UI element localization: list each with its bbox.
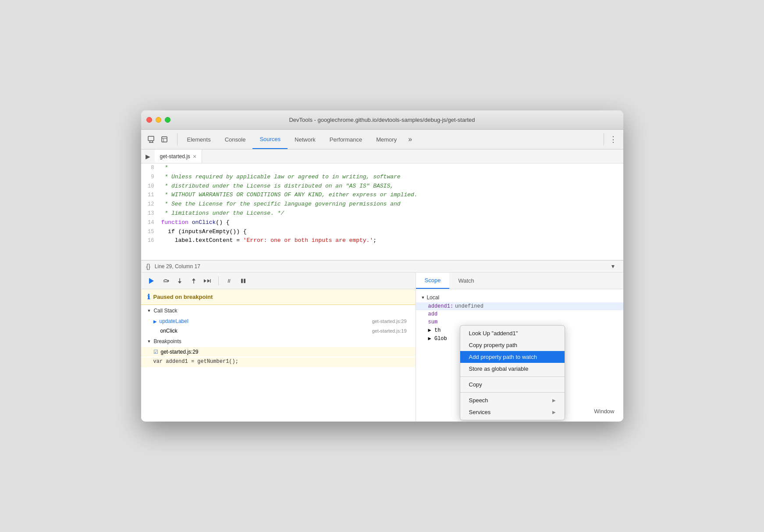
debug-sections: ▼ Call Stack updateLabel get-started.js:… (141, 305, 416, 422)
code-editor: 8 * 9 * Unless required by applicable la… (141, 163, 623, 260)
format-icon[interactable]: {} (146, 263, 150, 270)
devtools-window: DevTools - googlechrome.github.io/devtoo… (141, 110, 623, 422)
breakpoints-arrow: ▼ (147, 339, 151, 344)
tab-scope[interactable]: Scope (416, 273, 450, 289)
scope-local-header[interactable]: ▼ Local (416, 293, 623, 302)
ctx-copy-path[interactable]: Copy property path (460, 339, 565, 351)
breakpoint-checkbox[interactable]: ☑ (153, 349, 158, 355)
step-out-button[interactable] (188, 276, 199, 286)
minimize-button[interactable] (156, 117, 161, 123)
info-icon: ℹ (147, 293, 150, 301)
statusbar: {} Line 29, Column 17 ▼ (141, 260, 623, 273)
file-tabs: ▶ get-started.js × (141, 149, 623, 163)
close-button[interactable] (146, 117, 152, 123)
maximize-button[interactable] (165, 117, 171, 123)
svg-marker-15 (204, 279, 206, 283)
deactivate-breakpoints-button[interactable]: // (224, 276, 235, 286)
svg-rect-0 (148, 136, 154, 141)
code-line-15: 15 if (inputsAreEmpty()) { (141, 227, 623, 237)
svg-marker-16 (207, 279, 210, 283)
code-line-16: 16 label.textContent = 'Error: one or bo… (141, 236, 623, 245)
ctx-services[interactable]: Services ▶ (460, 406, 565, 418)
pause-on-exceptions-button[interactable] (238, 276, 249, 286)
debug-right-panel: Scope Watch ▼ Local addend1: undefined (416, 273, 623, 422)
breakpoint-item-1[interactable]: ☑ get-started.js:29 (141, 347, 416, 357)
tab-divider (177, 133, 178, 145)
devtools-icon-group (145, 133, 171, 146)
svg-marker-7 (149, 278, 154, 284)
code-line-14: 14 function onClick() { (141, 218, 623, 227)
titlebar: DevTools - googlechrome.github.io/devtoo… (141, 110, 623, 130)
window-title: DevTools - googlechrome.github.io/devtoo… (289, 117, 475, 123)
ctx-store-global[interactable]: Store as global variable (460, 363, 565, 375)
tab-network[interactable]: Network (288, 130, 323, 149)
expand-button[interactable]: ▼ (608, 262, 618, 271)
local-arrow: ▼ (421, 295, 425, 300)
svg-rect-18 (241, 279, 243, 283)
ctx-copy[interactable]: Copy (460, 379, 565, 390)
step-over-button[interactable] (160, 276, 171, 286)
file-tab-get-started[interactable]: get-started.js × (155, 149, 203, 163)
file-tab-icon-group: ▶ (146, 153, 150, 160)
cursor-icon[interactable] (145, 133, 158, 146)
debug-left-panel: // ℹ Paused on breakpoint ▼ Call Sta (141, 273, 416, 422)
tab-performance[interactable]: Performance (323, 130, 369, 149)
inspect-icon[interactable] (158, 133, 171, 146)
tab-list: Elements Console Sources Network Perform… (180, 130, 417, 149)
tab-elements[interactable]: Elements (180, 130, 218, 149)
code-line-9: 9 * Unless required by applicable law or… (141, 173, 623, 182)
devtools-menu-button[interactable]: ⋮ (607, 133, 620, 146)
right-divider (604, 133, 604, 145)
code-line-12: 12 * See the License for the specific la… (141, 200, 623, 209)
code-line-8: 8 * (141, 163, 623, 173)
status-text: Line 29, Column 17 (155, 263, 200, 270)
code-line-13: 13 * limitations under the License. */ (141, 209, 623, 218)
svg-rect-4 (162, 137, 167, 142)
tab-memory[interactable]: Memory (369, 130, 404, 149)
callstack-item-onclick[interactable]: onClick get-started.js:19 (141, 326, 416, 336)
ctx-separator-2 (460, 392, 565, 393)
debugger-area: // ℹ Paused on breakpoint ▼ Call Sta (141, 273, 623, 422)
callstack-item-updatelabel[interactable]: updateLabel get-started.js:29 (141, 316, 416, 326)
services-arrow-icon: ▶ (552, 410, 556, 415)
ctx-separator-1 (460, 376, 565, 377)
code-line-11: 11 * WITHOUT WARRANTIES OR CONDITIONS OF… (141, 191, 623, 200)
tab-watch[interactable]: Watch (449, 273, 483, 289)
tab-console[interactable]: Console (218, 130, 253, 149)
toolbar-separator (218, 277, 219, 285)
breakpoint-code-1: var addend1 = getNumber1(); (141, 358, 416, 367)
step-button[interactable] (203, 276, 213, 286)
step-into-button[interactable] (174, 276, 185, 286)
scope-item-add[interactable]: add (416, 310, 623, 318)
debug-toolbar: // (141, 273, 416, 289)
svg-rect-8 (149, 278, 150, 284)
ctx-add-to-watch[interactable]: Add property path to watch (460, 351, 565, 363)
scope-tabs: Scope Watch (416, 273, 623, 289)
scope-item-addend1[interactable]: addend1: undefined (416, 302, 623, 310)
resume-button[interactable] (146, 276, 157, 286)
tab-more-button[interactable]: » (404, 130, 416, 149)
paused-text: Paused on breakpoint (153, 294, 213, 300)
svg-rect-19 (244, 279, 245, 283)
svg-marker-14 (192, 278, 195, 280)
breakpoints-header[interactable]: ▼ Breakpoints (141, 336, 416, 347)
code-line-10: 10 * distributed under the License is di… (141, 182, 623, 191)
svg-marker-9 (168, 280, 169, 282)
devtools-tabbar: Elements Console Sources Network Perform… (141, 130, 623, 149)
speech-arrow-icon: ▶ (552, 398, 556, 403)
traffic-lights (146, 117, 171, 123)
svg-marker-12 (178, 281, 181, 284)
ctx-lookup[interactable]: Look Up "addend1" (460, 327, 565, 339)
callstack-header[interactable]: ▼ Call Stack (141, 305, 416, 316)
context-menu: Look Up "addend1" Copy property path Add… (460, 325, 565, 420)
tab-sources[interactable]: Sources (252, 130, 288, 149)
editor-area: ▶ get-started.js × 8 * 9 * Unless requir… (141, 149, 623, 260)
file-tab-close-button[interactable]: × (193, 153, 196, 160)
file-panel-icon: ▶ (146, 153, 150, 160)
callstack-arrow: ▼ (147, 309, 151, 313)
ctx-speech[interactable]: Speech ▶ (460, 394, 565, 406)
window-label: Window (594, 408, 614, 415)
paused-banner: ℹ Paused on breakpoint (141, 289, 416, 305)
